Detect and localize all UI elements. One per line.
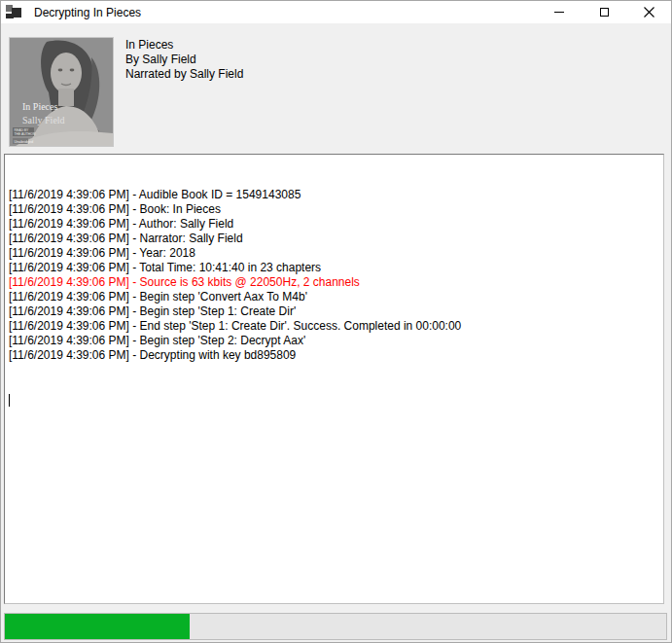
- log-line: [11/6/2019 4:39:06 PM] - Narrator: Sally…: [9, 232, 659, 246]
- window-title: Decrypting In Pieces: [34, 6, 141, 19]
- book-info: In Pieces By Sally Field Narrated by Sal…: [125, 38, 243, 82]
- cover-badge-line3: Unabridged: [15, 140, 34, 144]
- text-caret: [9, 394, 10, 407]
- maximize-icon: [600, 8, 609, 17]
- log-line: [11/6/2019 4:39:06 PM] - Total Time: 10:…: [9, 261, 659, 275]
- title-bar[interactable]: Decrypting In Pieces: [1, 1, 671, 23]
- log-line: [11/6/2019 4:39:06 PM] - Source is 63 kb…: [9, 275, 659, 290]
- log-line: [11/6/2019 4:39:06 PM] - Begin step 'Ste…: [9, 334, 659, 348]
- progress-bar-fill: [5, 614, 190, 639]
- cover-author-text: Sally Field: [22, 115, 65, 125]
- cover-title-text: In Pieces: [22, 101, 57, 112]
- book-cover-image: In Pieces Sally Field READ BY THE AUTHOR…: [9, 37, 114, 147]
- book-author: By Sally Field: [125, 53, 243, 67]
- window-controls: [537, 1, 671, 23]
- log-line: [11/6/2019 4:39:06 PM] - Year: 2018: [9, 246, 659, 261]
- log-line: [11/6/2019 4:39:06 PM] - Author: Sally F…: [9, 217, 659, 232]
- minimize-button[interactable]: [537, 1, 582, 23]
- app-icon: [6, 4, 21, 19]
- log-line: [11/6/2019 4:39:06 PM] - Decrypting with…: [9, 348, 659, 363]
- close-button[interactable]: [626, 1, 671, 23]
- app-icon-square-bar: [6, 14, 14, 18]
- close-icon: [644, 7, 654, 18]
- book-title: In Pieces: [125, 38, 243, 53]
- log-line: [11/6/2019 4:39:06 PM] - Begin step 'Con…: [9, 290, 659, 304]
- log-lines: [11/6/2019 4:39:06 PM] - Audible Book ID…: [9, 188, 659, 363]
- maximize-button[interactable]: [582, 1, 626, 23]
- log-line: [11/6/2019 4:39:06 PM] - End step 'Step …: [9, 319, 659, 334]
- book-narrator: Narrated by Sally Field: [125, 67, 243, 82]
- progress-bar: [4, 613, 667, 640]
- cover-badge-line2: THE AUTHOR: [15, 132, 36, 136]
- book-cover-art: In Pieces Sally Field READ BY THE AUTHOR…: [10, 38, 113, 146]
- log-line: [11/6/2019 4:39:06 PM] - Book: In Pieces: [9, 202, 659, 217]
- log-line: [11/6/2019 4:39:06 PM] - Begin step 'Ste…: [9, 304, 659, 319]
- minimize-icon: [554, 12, 564, 13]
- app-window: Decrypting In Pieces: [0, 0, 672, 643]
- log-output[interactable]: [11/6/2019 4:39:06 PM] - Audible Book ID…: [4, 154, 664, 604]
- log-line: [11/6/2019 4:39:06 PM] - Audible Book ID…: [9, 188, 659, 202]
